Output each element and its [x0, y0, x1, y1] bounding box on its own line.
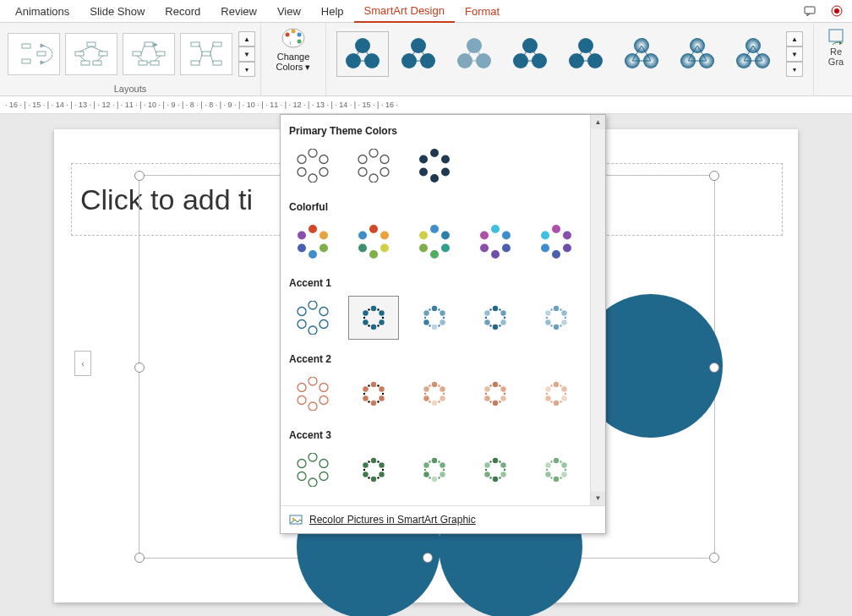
reset-graphic-icon[interactable] — [826, 26, 846, 46]
layouts-scroll-up[interactable]: ▲ — [238, 31, 255, 46]
svg-point-107 — [358, 244, 367, 253]
svg-rect-20 — [213, 42, 221, 46]
tab-slideshow[interactable]: Slide Show — [79, 0, 155, 22]
tab-review[interactable]: Review — [210, 0, 267, 22]
layout-option-2[interactable] — [65, 33, 117, 75]
change-colors-button[interactable]: Change Colors ▾ — [266, 26, 320, 72]
svg-rect-8 — [87, 42, 96, 46]
svg-point-2 — [834, 8, 839, 14]
section-accent3: Accent 3 — [287, 426, 598, 446]
resize-handle-s[interactable] — [423, 553, 433, 563]
tab-view[interactable]: View — [267, 0, 311, 22]
smartart-style-1[interactable] — [336, 31, 389, 77]
scroll-up-button[interactable]: ▲ — [591, 115, 605, 129]
resize-handle-se[interactable] — [709, 553, 719, 563]
section-colorful: Colorful — [287, 198, 598, 218]
tab-help[interactable]: Help — [311, 0, 354, 22]
smartart-style-3[interactable] — [448, 31, 500, 77]
svg-point-106 — [369, 250, 378, 259]
ribbon-tabs: Animations Slide Show Record Review View… — [0, 0, 852, 23]
svg-rect-17 — [150, 61, 159, 65]
svg-point-102 — [298, 232, 306, 240]
resize-handle-nw[interactable] — [134, 171, 145, 181]
dropdown-scrollbar[interactable]: ▲ ▼ — [590, 115, 605, 505]
color-accent2-outline[interactable] — [287, 372, 338, 416]
tab-record[interactable]: Record — [155, 0, 210, 22]
color-colorful-5[interactable] — [531, 220, 582, 264]
svg-point-147 — [438, 324, 440, 326]
color-colorful-4[interactable] — [470, 220, 521, 264]
color-accent1-1[interactable] — [348, 296, 399, 340]
color-accent3-3[interactable] — [470, 448, 521, 492]
color-accent1-3[interactable] — [470, 296, 521, 340]
color-accent3-1[interactable] — [348, 448, 399, 492]
smartart-style-5[interactable] — [560, 31, 612, 77]
layout-option-3[interactable] — [123, 33, 175, 75]
layouts-gallery-spin: ▲ ▼ ▾ — [238, 31, 255, 77]
tab-animations[interactable]: Animations — [5, 0, 79, 22]
svg-rect-22 — [191, 61, 199, 65]
smartart-style-4[interactable] — [504, 31, 556, 77]
color-accent3-4[interactable] — [531, 448, 582, 492]
svg-point-210 — [423, 386, 429, 391]
comments-button[interactable] — [800, 1, 820, 21]
color-colorful-3[interactable] — [409, 220, 460, 264]
styles-expand[interactable]: ▾ — [786, 62, 803, 77]
color-accent2-4[interactable] — [531, 372, 582, 416]
svg-point-262 — [432, 477, 437, 482]
horizontal-ruler: · 16 · | · 15 · | · 14 · | · 13 · | · 12… — [0, 96, 852, 114]
color-accent2-1[interactable] — [348, 372, 399, 416]
color-primary-outline-2[interactable] — [348, 144, 399, 188]
svg-point-172 — [550, 324, 552, 326]
svg-point-146 — [443, 317, 445, 319]
text-pane-toggle[interactable]: ‹ — [74, 351, 91, 376]
layouts-scroll-down[interactable]: ▼ — [238, 46, 255, 62]
resize-handle-ne[interactable] — [709, 171, 719, 181]
svg-point-192 — [368, 384, 369, 386]
color-accent1-outline[interactable] — [287, 296, 338, 340]
svg-point-103 — [369, 225, 378, 233]
layout-option-4[interactable] — [180, 33, 232, 75]
resize-handle-e[interactable] — [709, 363, 719, 373]
color-accent2-2[interactable] — [409, 372, 460, 416]
svg-point-231 — [561, 395, 566, 401]
color-accent3-2[interactable] — [409, 448, 460, 492]
svg-point-259 — [432, 458, 437, 463]
styles-scroll-down[interactable]: ▼ — [786, 46, 803, 62]
resize-handle-sw[interactable] — [134, 553, 145, 563]
smartart-style-8[interactable] — [727, 31, 779, 77]
layouts-expand[interactable]: ▾ — [238, 62, 255, 77]
record-button[interactable] — [827, 1, 847, 21]
svg-point-250 — [371, 477, 376, 482]
smartart-style-6[interactable] — [615, 31, 668, 77]
svg-point-152 — [440, 310, 445, 315]
color-row — [287, 446, 598, 502]
color-accent1-4[interactable] — [531, 296, 582, 340]
color-primary-dark[interactable] — [409, 144, 460, 188]
color-colorful-2[interactable] — [348, 220, 399, 264]
layout-option-1[interactable] — [8, 33, 60, 75]
styles-scroll-up[interactable]: ▲ — [786, 31, 803, 46]
smartart-style-2[interactable] — [392, 31, 445, 77]
color-accent3-outline[interactable] — [287, 448, 338, 492]
svg-marker-18 — [154, 43, 157, 46]
svg-point-186 — [298, 384, 306, 392]
svg-point-154 — [432, 324, 437, 330]
tab-format[interactable]: Format — [455, 0, 510, 22]
change-colors-dropdown: ▲ ▼ Primary Theme ColorsColorfulAccent 1… — [280, 114, 606, 534]
color-accent1-2[interactable] — [409, 296, 460, 340]
smartart-style-7[interactable] — [671, 31, 724, 77]
svg-point-141 — [379, 319, 384, 324]
recolor-pictures-option[interactable]: Recolor Pictures in SmartArt Graphic — [281, 505, 605, 533]
svg-point-111 — [441, 244, 450, 253]
color-accent2-3[interactable] — [470, 372, 521, 416]
svg-point-121 — [552, 225, 560, 233]
color-primary-outline-1[interactable] — [287, 144, 338, 188]
scroll-down-button[interactable]: ▼ — [591, 491, 605, 505]
svg-point-282 — [550, 461, 552, 462]
resize-handle-w[interactable] — [134, 363, 145, 373]
color-colorful-1[interactable] — [287, 220, 338, 264]
svg-point-117 — [502, 244, 511, 253]
tab-smartart-design[interactable]: SmartArt Design — [354, 0, 455, 23]
svg-point-170 — [565, 317, 566, 319]
